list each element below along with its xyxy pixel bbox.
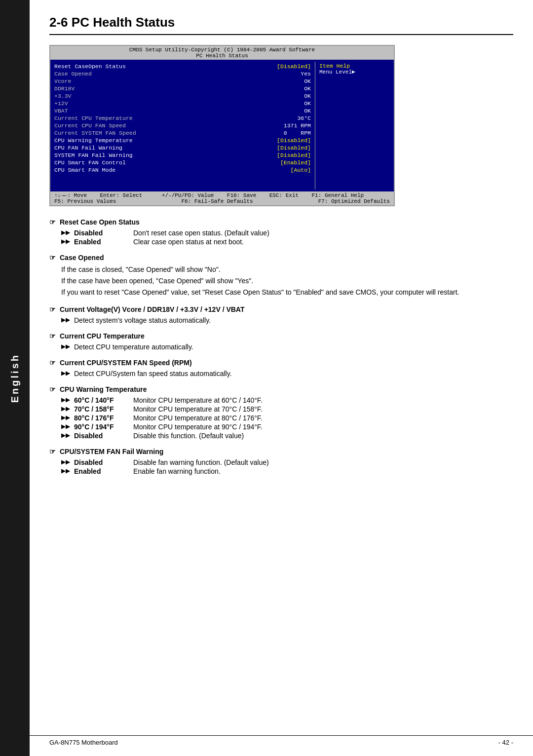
item-fan-speed-auto: ▶▶ Detect CPU/System fan speed status au…	[61, 370, 513, 378]
bios-row-0: Reset CaseOpen Status [Disabled]	[54, 63, 311, 70]
arrow-icon: ▶▶	[61, 343, 70, 350]
item-cpu-temp-auto: ▶▶ Detect CPU temperature automatically.	[61, 343, 513, 351]
sidebar: English	[0, 0, 30, 756]
arrow-icon: ▶▶	[61, 458, 70, 465]
footer-right: - 42 -	[498, 739, 513, 746]
title-text: PC Health Status	[72, 15, 175, 30]
bios-row-13: CPU Smart FAN Control [Enabled]	[54, 159, 311, 166]
item-warn-90: ▶▶ 90°C / 194°F Monitor CPU temperature …	[61, 423, 513, 431]
section-heading-voltage: Current Voltage(V) Vcore / DDR18V / +3.3…	[49, 305, 513, 313]
bios-footer-move: ↑↓→←: Move Enter: Select +/-/PU/PD: Valu…	[54, 192, 364, 198]
bios-footer-row2: F5: Previous Values F6: Fail-Safe Defaul…	[54, 198, 390, 204]
bios-screen: CMOS Setup Utility-Copyright (C) 1984-20…	[49, 45, 395, 206]
arrow-icon: ▶▶	[61, 414, 70, 421]
indent-fan-fail: ▶▶ Disabled Disable fan warning function…	[61, 458, 513, 475]
section-voltage: Current Voltage(V) Vcore / DDR18V / +3.3…	[49, 305, 513, 324]
heading-text-cpu-warning: CPU Warning Temperature	[60, 385, 147, 393]
arrow-icon: ▶▶	[61, 467, 70, 474]
main-content: 2-6 PC Health Status CMOS Setup Utility-…	[30, 0, 533, 498]
bios-footer-row1: ↑↓→←: Move Enter: Select +/-/PU/PD: Valu…	[54, 192, 390, 198]
footer-left: GA-8N775 Motherboard	[49, 739, 118, 746]
page-title: 2-6 PC Health Status	[49, 15, 513, 35]
indent-reset-case: ▶▶ Disabled Don't reset case open status…	[61, 229, 513, 246]
arrow-icon: ▶▶	[61, 238, 70, 245]
bios-body: Reset CaseOpen Status [Disabled] Case Op…	[50, 60, 394, 191]
para-case-1: If the case is closed, "Case Opened" wil…	[61, 265, 513, 275]
item-warn-80: ▶▶ 80°C / 176°F Monitor CPU temperature …	[61, 414, 513, 422]
section-number: 2-6	[49, 15, 68, 30]
bios-header-line1: CMOS Setup Utility-Copyright (C) 1984-20…	[52, 47, 392, 53]
heading-text-fan-fail: CPU/SYSTEM FAN Fail Warning	[60, 448, 163, 455]
bios-row-3: DDR18V OK	[54, 85, 311, 92]
bios-row-4: +3.3V OK	[54, 92, 311, 100]
section-heading-cpu-warning: CPU Warning Temperature	[49, 385, 513, 393]
heading-text-voltage: Current Voltage(V) Vcore / DDR18V / +3.3…	[60, 305, 245, 313]
bios-row-9: Current SYSTEM FAN Speed 0 RPM	[54, 129, 311, 137]
bios-row-11: CPU FAN Fail Warning [Disabled]	[54, 144, 311, 151]
para-case-3: If you want to reset "Case Opened" value…	[61, 287, 513, 298]
bios-row-6: VBAT OK	[54, 107, 311, 114]
bios-footer-f5: F5: Previous Values	[54, 198, 116, 204]
bios-right-panel: Item Help Menu Level►	[315, 62, 394, 189]
bios-row-10: CPU Warning Temperature [Disabled]	[54, 137, 311, 144]
bios-header-line2: PC Health Status	[52, 53, 392, 59]
indent-fan-speed: ▶▶ Detect CPU/System fan speed status au…	[61, 370, 513, 378]
item-fan-fail-disabled: ▶▶ Disabled Disable fan warning function…	[61, 458, 513, 466]
arrow-icon: ▶▶	[61, 229, 70, 236]
section-fan-speed: Current CPU/SYSTEM FAN Speed (RPM) ▶▶ De…	[49, 359, 513, 378]
bios-row-7: Current CPU Temperature 36°C	[54, 114, 311, 122]
item-warn-70: ▶▶ 70°C / 158°F Monitor CPU temperature …	[61, 405, 513, 413]
section-heading-fan-speed: Current CPU/SYSTEM FAN Speed (RPM)	[49, 359, 513, 367]
section-cpu-warning: CPU Warning Temperature ▶▶ 60°C / 140°F …	[49, 385, 513, 440]
section-reset-case: Reset Case Open Status ▶▶ Disabled Don't…	[49, 218, 513, 246]
arrow-icon: ▶▶	[61, 370, 70, 377]
item-enabled-reset: ▶▶ Enabled Clear case open status at nex…	[61, 238, 513, 246]
sidebar-label: English	[9, 353, 21, 403]
heading-text-fan-speed: Current CPU/SYSTEM FAN Speed (RPM)	[60, 359, 192, 367]
section-case-opened: Case Opened If the case is closed, "Case…	[49, 254, 513, 298]
indent-cpu-warning: ▶▶ 60°C / 140°F Monitor CPU temperature …	[61, 396, 513, 440]
heading-text-case-opened: Case Opened	[60, 254, 104, 262]
arrow-icon: ▶▶	[61, 316, 70, 323]
section-heading-reset-case: Reset Case Open Status	[49, 218, 513, 226]
page-footer: GA-8N775 Motherboard - 42 -	[30, 735, 533, 746]
bios-left-panel: Reset CaseOpen Status [Disabled] Case Op…	[50, 62, 315, 189]
item-fan-fail-enabled: ▶▶ Enabled Enable fan warning function.	[61, 467, 513, 475]
bios-footer: ↑↓→←: Move Enter: Select +/-/PU/PD: Valu…	[50, 191, 394, 205]
bios-header: CMOS Setup Utility-Copyright (C) 1984-20…	[50, 46, 394, 60]
item-warn-disabled: ▶▶ Disabled Disable this function. (Defa…	[61, 432, 513, 440]
item-warn-60: ▶▶ 60°C / 140°F Monitor CPU temperature …	[61, 396, 513, 404]
arrow-icon: ▶▶	[61, 432, 70, 439]
indent-voltage: ▶▶ Detect system's voltage status automa…	[61, 316, 513, 324]
heading-text-reset-case: Reset Case Open Status	[60, 218, 140, 226]
item-help-label: Item Help	[319, 63, 390, 69]
heading-text-cpu-temp: Current CPU Temperature	[60, 332, 145, 340]
section-heading-case-opened: Case Opened	[49, 254, 513, 262]
bios-row-2: Vcore OK	[54, 77, 311, 85]
para-case-2: If the case have been opened, "Case Open…	[61, 276, 513, 286]
arrow-icon: ▶▶	[61, 396, 70, 403]
menu-level: Menu Level►	[319, 69, 390, 75]
bios-row-1: Case Opened Yes	[54, 70, 311, 77]
bios-row-8: Current CPU FAN Speed 1371 RPM	[54, 122, 311, 129]
bios-footer-f7: F7: Optimized Defaults	[318, 198, 390, 204]
bios-row-5: +12V OK	[54, 100, 311, 107]
section-heading-fan-fail: CPU/SYSTEM FAN Fail Warning	[49, 448, 513, 455]
item-voltage-auto: ▶▶ Detect system's voltage status automa…	[61, 316, 513, 324]
bios-row-14: CPU Smart FAN Mode [Auto]	[54, 166, 311, 174]
indent-cpu-temp: ▶▶ Detect CPU temperature automatically.	[61, 343, 513, 351]
bios-row-12: SYSTEM FAN Fail Warning [Disabled]	[54, 151, 311, 159]
bios-footer-f6: F6: Fail-Safe Defaults	[181, 198, 253, 204]
arrow-icon: ▶▶	[61, 423, 70, 430]
item-disabled-reset: ▶▶ Disabled Don't reset case open status…	[61, 229, 513, 237]
section-fan-fail: CPU/SYSTEM FAN Fail Warning ▶▶ Disabled …	[49, 448, 513, 475]
section-heading-cpu-temp: Current CPU Temperature	[49, 332, 513, 340]
arrow-icon: ▶▶	[61, 405, 70, 412]
section-cpu-temp: Current CPU Temperature ▶▶ Detect CPU te…	[49, 332, 513, 351]
